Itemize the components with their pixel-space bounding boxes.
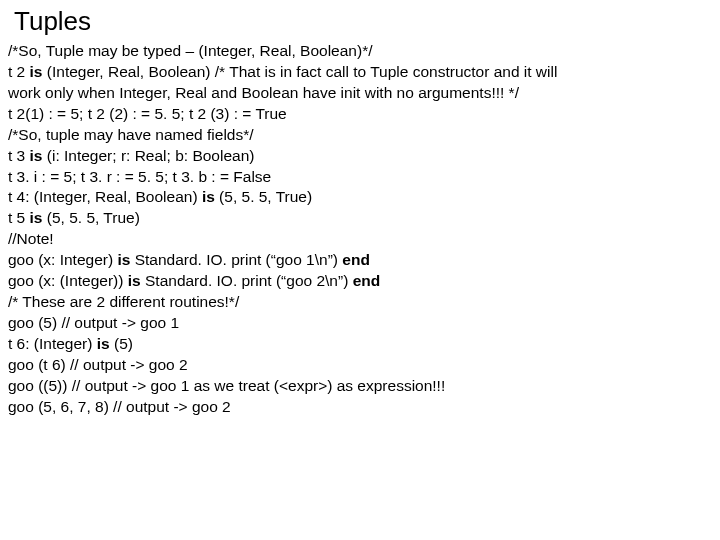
- code-text: Standard. IO. print (“goo 2\n”): [141, 272, 353, 289]
- code-line: t 2 is (Integer, Real, Boolean) /* That …: [8, 62, 712, 83]
- code-line: goo (x: (Integer)) is Standard. IO. prin…: [8, 271, 712, 292]
- code-line: /*So, tuple may have named fields*/: [8, 125, 712, 146]
- code-line: /* These are 2 different routines!*/: [8, 292, 712, 313]
- code-line: work only when Integer, Real and Boolean…: [8, 83, 712, 104]
- code-line: t 3. i : = 5; t 3. r : = 5. 5; t 3. b : …: [8, 167, 712, 188]
- code-text: t 3. i : = 5; t 3. r : = 5. 5; t 3. b : …: [8, 168, 271, 185]
- code-text: t 5: [8, 209, 30, 226]
- keyword: end: [353, 272, 381, 289]
- code-line: t 4: (Integer, Real, Boolean) is (5, 5. …: [8, 187, 712, 208]
- code-line: t 6: (Integer) is (5): [8, 334, 712, 355]
- keyword: is: [128, 272, 141, 289]
- code-text: t 3: [8, 147, 30, 164]
- code-text: t 4: (Integer, Real, Boolean): [8, 188, 202, 205]
- code-text: (5, 5. 5, True): [215, 188, 312, 205]
- code-line: t 5 is (5, 5. 5, True): [8, 208, 712, 229]
- keyword: is: [30, 147, 43, 164]
- code-text: work only when Integer, Real and Boolean…: [8, 84, 519, 101]
- code-text: goo (x: Integer): [8, 251, 117, 268]
- code-line: goo (5) // output -> goo 1: [8, 313, 712, 334]
- code-text: (5, 5. 5, True): [42, 209, 139, 226]
- code-text: t 2(1) : = 5; t 2 (2) : = 5. 5; t 2 (3) …: [8, 105, 287, 122]
- slide-body: /*So, Tuple may be typed – (Integer, Rea…: [8, 41, 712, 418]
- code-line: goo ((5)) // output -> goo 1 as we treat…: [8, 376, 712, 397]
- code-text: //Note!: [8, 230, 54, 247]
- code-line: goo (t 6) // output -> goo 2: [8, 355, 712, 376]
- keyword: is: [30, 63, 43, 80]
- code-text: Standard. IO. print (“goo 1\n”): [130, 251, 342, 268]
- code-line: goo (5, 6, 7, 8) // output -> goo 2: [8, 397, 712, 418]
- code-text: (Integer, Real, Boolean) /* That is in f…: [42, 63, 557, 80]
- code-text: /*So, tuple may have named fields*/: [8, 126, 254, 143]
- keyword: is: [30, 209, 43, 226]
- code-line: t 2(1) : = 5; t 2 (2) : = 5. 5; t 2 (3) …: [8, 104, 712, 125]
- code-text: goo (t 6) // output -> goo 2: [8, 356, 188, 373]
- code-line: t 3 is (i: Integer; r: Real; b: Boolean): [8, 146, 712, 167]
- code-text: t 6: (Integer): [8, 335, 97, 352]
- code-line: goo (x: Integer) is Standard. IO. print …: [8, 250, 712, 271]
- code-line: /*So, Tuple may be typed – (Integer, Rea…: [8, 41, 712, 62]
- code-text: (5): [110, 335, 133, 352]
- code-text: /*So, Tuple may be typed – (Integer, Rea…: [8, 42, 372, 59]
- code-text: (i: Integer; r: Real; b: Boolean): [42, 147, 254, 164]
- code-text: goo (5) // output -> goo 1: [8, 314, 179, 331]
- slide-title: Tuples: [14, 6, 712, 37]
- code-text: goo (5, 6, 7, 8) // output -> goo 2: [8, 398, 231, 415]
- code-line: //Note!: [8, 229, 712, 250]
- keyword: is: [97, 335, 110, 352]
- keyword: end: [342, 251, 370, 268]
- code-text: goo ((5)) // output -> goo 1 as we treat…: [8, 377, 445, 394]
- keyword: is: [117, 251, 130, 268]
- code-text: /* These are 2 different routines!*/: [8, 293, 239, 310]
- keyword: is: [202, 188, 215, 205]
- code-text: goo (x: (Integer)): [8, 272, 128, 289]
- code-text: t 2: [8, 63, 30, 80]
